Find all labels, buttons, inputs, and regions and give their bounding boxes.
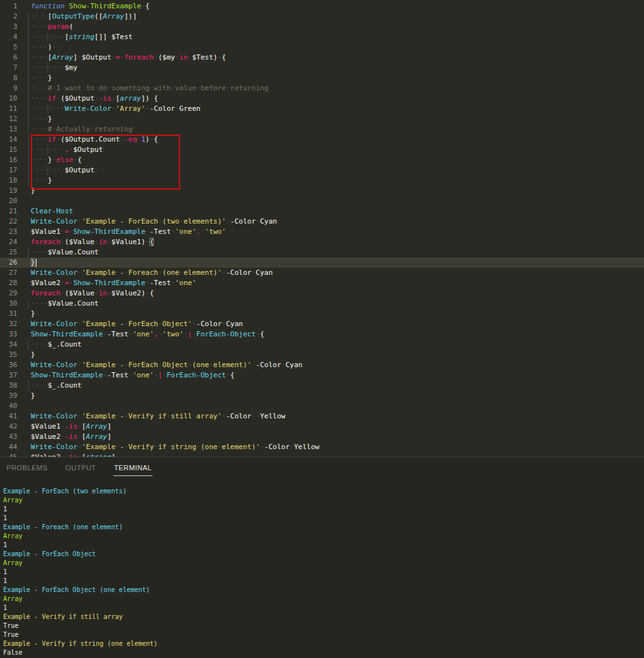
code-line[interactable]: 2····[OutputType([Array])] [0,12,644,22]
line-number: 34 [0,340,17,350]
code-text: } [31,258,37,268]
code-text: ····} [31,114,52,124]
line-number: 4 [0,32,17,42]
line-number: 2 [0,12,17,22]
code-line[interactable]: 8····} [0,73,644,83]
code-line[interactable]: 18····} [0,176,644,186]
code-line[interactable]: 6····[Array]·$Output·=·foreach·($my·in·$… [0,53,644,63]
code-line[interactable]: 26} [0,258,644,268]
line-number: 21 [0,206,17,217]
code-line[interactable]: 45$Value2·-is·[string] [0,452,644,457]
code-line[interactable]: 7········$my [0,63,644,73]
code-line[interactable]: 5····)·· [0,42,644,53]
code-line[interactable]: 10····if·($Output·-is·[array])·{ [0,94,644,104]
code-line[interactable]: 35} [0,350,644,360]
code-text: ····$_.Count [31,340,81,350]
code-line[interactable]: 31} [0,309,644,319]
code-text: } [31,186,35,196]
text-cursor [36,259,37,267]
code-line[interactable]: 21Clear-Host [0,206,644,217]
code-line[interactable]: 14····if·($Output.Count·-eq·1)·{ [0,135,644,145]
terminal-line: Array [3,532,644,541]
code-line[interactable]: 41Write-Color·'Example·-·Verify·if·still… [0,411,644,422]
code-text: ····}·else·{· [31,155,86,165]
code-text: Write-Color·'Example·-·Verify·if·still·a… [31,411,285,422]
line-number: 14 [0,135,17,145]
code-line[interactable]: 13····#·Actually·returning [0,124,644,135]
code-text: $Value1·-is·[Array] [31,422,111,432]
tab-output[interactable]: OUTPUT [65,461,97,476]
code-line[interactable]: 43$Value2·-is·[Array] [0,432,644,442]
line-number: 15 [0,145,17,155]
line-number: 29 [0,288,17,299]
code-text: ····$Value.Count [31,299,99,309]
code-line[interactable]: 39} [0,391,644,401]
code-line[interactable]: 44Write-Color·'Example·-·Verify·if·strin… [0,442,644,452]
code-line[interactable]: 19} [0,186,644,196]
code-line[interactable]: 38····$_.Count [0,381,644,391]
code-text: Write-Color·'Example·-·ForEach·Object·(o… [31,360,302,370]
line-number: 9 [0,83,17,94]
line-number: 8 [0,73,17,83]
line-number: 43 [0,432,17,442]
code-text: $Value1·=·Show-ThirdExample·-Test·'one',… [31,227,226,237]
terminal-line: Example - ForEach Object (one element) [3,586,644,595]
terminal-line: Example - Foreach (one element) [3,523,644,532]
terminal-line: Example - ForEach Object [3,550,644,559]
tab-terminal[interactable]: TERMINAL [113,461,153,476]
code-line[interactable]: 28$Value2·=·Show-ThirdExample·-Test·'one… [0,278,644,288]
code-line[interactable]: 40 [0,401,644,411]
code-line[interactable]: 36Write-Color·'Example·-·ForEach·Object·… [0,360,644,370]
code-line[interactable]: 17········$Output· [0,165,644,176]
code-line[interactable]: 12····} [0,114,644,124]
code-line[interactable]: 20 [0,196,644,206]
terminal-output[interactable]: Example - ForEach (two elements)Array11E… [0,479,644,657]
code-line[interactable]: 42$Value1·-is·[Array] [0,422,644,432]
code-line[interactable]: 11········Write-Color·'Array'·-Color·Gre… [0,104,644,114]
code-line[interactable]: 9····#·I·want·to·do·something·with·value… [0,83,644,94]
code-editor[interactable]: 1function·Show-ThirdExample·{2····[Outpu… [0,0,644,457]
code-lines: 1function·Show-ThirdExample·{2····[Outpu… [0,1,644,457]
code-text: } [31,391,35,401]
line-number: 23 [0,227,17,237]
code-line[interactable]: 25····$Value.Count [0,247,644,258]
code-text: ····$Value.Count [31,247,99,258]
code-line[interactable]: 15········,·$Output [0,145,644,155]
code-line[interactable]: 29foreach·($Value·in·$Value2)·{ [0,288,644,299]
code-line[interactable]: 3····param( [0,22,644,32]
line-number: 26 [0,258,17,268]
line-number: 45 [0,452,17,457]
terminal-line: 1 [3,577,644,586]
code-text: ········[string[]]·$Test [31,32,133,42]
code-text: ····#·I·want·to·do·something·with·value·… [31,83,268,94]
code-line[interactable]: 22Write-Color·'Example·-·ForEach·(two·el… [0,217,644,227]
line-number: 6 [0,53,17,63]
code-line[interactable]: 30····$Value.Count [0,299,644,309]
code-line[interactable]: 33Show-ThirdExample·-Test·'one',·'two'·|… [0,329,644,340]
code-line[interactable]: 4········[string[]]·$Test [0,32,644,42]
code-text: Write-Color·'Example·-·ForEach·(two·elem… [31,217,277,227]
code-line[interactable]: 1function·Show-ThirdExample·{ [0,1,644,12]
line-number: 7 [0,63,17,73]
code-line[interactable]: 16····}·else·{· [0,155,644,165]
code-line[interactable]: 23$Value1·=·Show-ThirdExample·-Test·'one… [0,227,644,237]
code-text: ········,·$Output [31,145,103,155]
code-text: ····} [31,176,52,186]
code-line[interactable]: 27Write-Color·'Example·-·Foreach·(one·el… [0,268,644,278]
code-line[interactable]: 32Write-Color·'Example·-·ForEach·Object'… [0,319,644,329]
terminal-line: 1 [3,514,644,523]
line-number: 31 [0,309,17,319]
code-text: Clear-Host [31,206,73,217]
code-text: } [31,350,35,360]
code-text: ····[OutputType([Array])] [31,12,137,22]
code-line[interactable]: 24foreach·($Value·in·$Value1)·{ [0,237,644,247]
code-line[interactable]: 37Show-ThirdExample·-Test·'one'·|·ForEac… [0,370,644,381]
tab-problems[interactable]: PROBLEMS [6,461,48,476]
bottom-panel: PROBLEMS OUTPUT TERMINAL Example - ForEa… [0,457,644,658]
line-number: 24 [0,237,17,247]
code-text: Write-Color·'Example·-·ForEach·Object'·-… [31,319,243,329]
terminal-line: Example - Verify if still array [3,613,644,621]
code-text: $Value2·=·Show-ThirdExample·-Test·'one' [31,278,196,288]
code-line[interactable]: 34····$_.Count [0,340,644,350]
code-text: $Value2·-is·[string] [31,452,115,457]
